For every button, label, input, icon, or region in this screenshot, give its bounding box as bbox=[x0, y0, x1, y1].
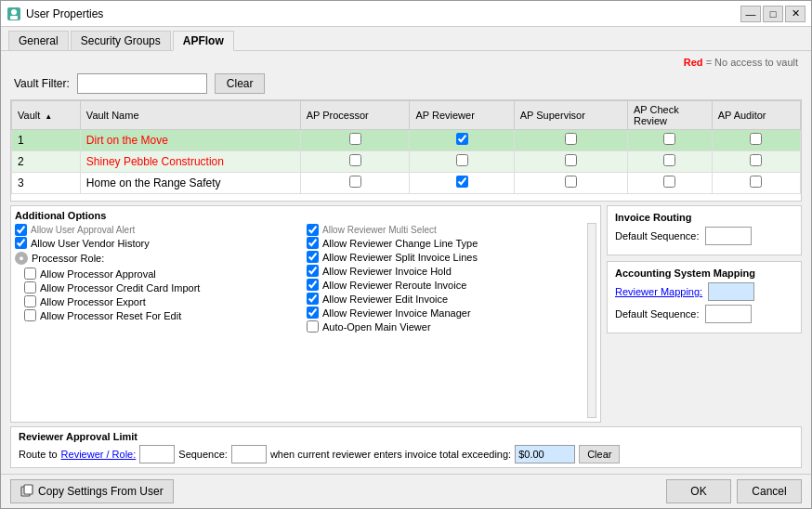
option-processor-export: Allow Processor Export bbox=[15, 294, 305, 308]
cell-ap_auditor bbox=[712, 151, 800, 173]
checkbox-processor-credit-card[interactable] bbox=[24, 281, 36, 294]
reviewer-role-link[interactable]: Reviewer / Role: bbox=[61, 449, 137, 460]
default-sequence-input[interactable]: 0 bbox=[705, 227, 752, 245]
vault-table: Vault ▲ Vault Name AP Processor AP Revie… bbox=[11, 100, 801, 194]
reviewer-value-input[interactable] bbox=[139, 445, 175, 463]
vault-filter-clear-button[interactable]: Clear bbox=[215, 73, 266, 94]
checkbox-processor-approval[interactable] bbox=[24, 268, 36, 280]
options-columns: Allow User Approval Alert Allow User Ven… bbox=[15, 223, 596, 418]
checkbox-reviewer-invoice-hold[interactable] bbox=[307, 265, 319, 277]
cancel-button[interactable]: Cancel bbox=[737, 479, 802, 503]
option-approval-alert: Allow User Approval Alert bbox=[15, 223, 305, 236]
additional-options-panel: Additional Options Allow User Approval A… bbox=[10, 205, 601, 423]
window-title: User Properties bbox=[26, 7, 740, 20]
accounting-default-sequence-label: Default Sequence: bbox=[615, 308, 700, 320]
checkbox-ap_auditor[interactable] bbox=[750, 154, 762, 166]
options-left-col: Allow User Approval Alert Allow User Ven… bbox=[15, 223, 307, 418]
checkbox-processor-export[interactable] bbox=[24, 295, 36, 307]
checkbox-reviewer-reroute[interactable] bbox=[307, 279, 319, 291]
sequence-input[interactable] bbox=[231, 445, 267, 463]
checkbox-ap_check_review[interactable] bbox=[663, 133, 675, 145]
route-to-label: Route to bbox=[19, 449, 58, 460]
checkbox-ap_supervisor[interactable] bbox=[565, 176, 577, 188]
checkbox-ap_auditor[interactable] bbox=[750, 133, 762, 145]
checkbox-ap_check_review[interactable] bbox=[663, 176, 675, 188]
label-vendor-history: Allow User Vendor History bbox=[31, 238, 150, 249]
ok-button[interactable]: OK bbox=[666, 479, 731, 503]
checkbox-ap_reviewer[interactable] bbox=[456, 154, 468, 166]
vault-filter-label: Vault Filter: bbox=[14, 77, 70, 90]
close-button[interactable]: ✕ bbox=[785, 6, 805, 22]
option-reviewer-change-line: Allow Reviewer Change Line Type bbox=[307, 236, 585, 250]
checkbox-reviewer-edit[interactable] bbox=[307, 293, 319, 305]
option-reviewer-invoice-manager: Allow Reviewer Invoice Manager bbox=[307, 306, 585, 320]
accounting-default-sequence-input[interactable]: 0 bbox=[705, 305, 752, 323]
checkbox-processor-reset[interactable] bbox=[24, 309, 36, 321]
window-icon bbox=[7, 7, 21, 21]
red-label: Red bbox=[684, 57, 703, 68]
cell-vault-name: Home on the Range Safety bbox=[80, 173, 300, 194]
main-content: Red = No access to vault Vault Filter: C… bbox=[1, 51, 811, 474]
label-reviewer-invoice-manager: Allow Reviewer Invoice Manager bbox=[322, 307, 471, 319]
checkbox-ap_supervisor[interactable] bbox=[565, 133, 577, 145]
cell-vault-name: Shiney Pebble Construction bbox=[80, 151, 300, 173]
checkbox-reviewer-invoice-manager[interactable] bbox=[307, 307, 319, 319]
label-reviewer-split: Allow Reviewer Split Invoice Lines bbox=[322, 252, 478, 263]
label-auto-open-viewer: Auto-Open Main Viewer bbox=[322, 321, 431, 333]
label-reviewer-reroute: Allow Reviewer Reroute Invoice bbox=[322, 280, 466, 291]
checkbox-ap_reviewer[interactable] bbox=[456, 133, 468, 145]
lower-section: Additional Options Allow User Approval A… bbox=[10, 205, 802, 423]
checkbox-ap_reviewer[interactable] bbox=[456, 176, 468, 188]
option-reviewer-invoice-hold: Allow Reviewer Invoice Hold bbox=[307, 264, 585, 278]
col-vault[interactable]: Vault ▲ bbox=[12, 101, 81, 130]
reviewer-approval-row: Route to Reviewer / Role: Sequence: when… bbox=[19, 445, 793, 463]
scrollbar[interactable] bbox=[587, 223, 596, 418]
tab-apflow[interactable]: APFlow bbox=[173, 31, 234, 51]
cell-ap_auditor bbox=[712, 173, 800, 194]
bottom-bar: Copy Settings From User OK Cancel bbox=[1, 474, 811, 508]
checkbox-ap_auditor[interactable] bbox=[750, 176, 762, 188]
checkbox-ap_processor[interactable] bbox=[349, 133, 361, 145]
checkbox-reviewer-change-line[interactable] bbox=[307, 237, 319, 249]
tab-general[interactable]: General bbox=[8, 31, 69, 50]
maximize-button[interactable]: □ bbox=[763, 6, 783, 22]
cell-ap_processor bbox=[300, 173, 410, 194]
checkbox-ap_supervisor[interactable] bbox=[565, 154, 577, 166]
reviewer-mapping-input[interactable]: 65 bbox=[708, 282, 754, 301]
option-processor-approval: Allow Processor Approval bbox=[15, 267, 305, 281]
label-approval-alert: Allow User Approval Alert bbox=[31, 225, 135, 235]
copy-settings-button[interactable]: Copy Settings From User bbox=[10, 479, 174, 503]
reviewer-approval-section: Reviewer Approval Limit Route to Reviewe… bbox=[10, 426, 802, 468]
reviewer-clear-button[interactable]: Clear bbox=[579, 445, 620, 463]
reviewer-mapping-link[interactable]: Reviewer Mapping: bbox=[615, 286, 702, 297]
vault-filter-input[interactable] bbox=[77, 73, 207, 94]
table-row: 2Shiney Pebble Construction bbox=[12, 151, 801, 173]
cell-vault-num: 3 bbox=[12, 173, 81, 194]
cell-ap_supervisor bbox=[514, 173, 627, 194]
checkbox-ap_processor[interactable] bbox=[349, 176, 361, 188]
option-reviewer-split: Allow Reviewer Split Invoice Lines bbox=[307, 250, 585, 264]
cell-vault-num: 2 bbox=[12, 151, 81, 173]
checkbox-auto-open-viewer[interactable] bbox=[307, 320, 319, 333]
checkbox-ap_check_review[interactable] bbox=[663, 154, 675, 166]
cell-ap_reviewer bbox=[410, 173, 514, 194]
svg-point-1 bbox=[11, 9, 17, 15]
checkbox-reviewer-split[interactable] bbox=[307, 251, 319, 263]
label-processor-export: Allow Processor Export bbox=[40, 296, 146, 307]
checkbox-vendor-history[interactable] bbox=[15, 237, 27, 249]
label-processor-reset: Allow Processor Reset For Edit bbox=[40, 310, 181, 321]
checkbox-reviewer-multi[interactable] bbox=[307, 224, 319, 236]
exceeding-label: when current reviewer enters invoice tot… bbox=[270, 449, 511, 460]
right-panels: Invoice Routing Default Sequence: 0 Acco… bbox=[607, 205, 802, 423]
label-reviewer-invoice-hold: Allow Reviewer Invoice Hold bbox=[322, 266, 452, 277]
tab-bar: General Security Groups APFlow bbox=[1, 27, 811, 51]
amount-input[interactable] bbox=[515, 445, 575, 463]
checkbox-approval-alert[interactable] bbox=[15, 224, 27, 236]
svg-rect-2 bbox=[10, 16, 18, 20]
tab-security-groups[interactable]: Security Groups bbox=[71, 31, 171, 50]
cell-ap_check_review bbox=[627, 151, 712, 173]
checkbox-ap_processor[interactable] bbox=[349, 154, 361, 166]
accounting-system-title: Accounting System Mapping bbox=[615, 268, 793, 279]
minimize-button[interactable]: — bbox=[740, 6, 761, 22]
cell-ap_supervisor bbox=[514, 151, 627, 173]
